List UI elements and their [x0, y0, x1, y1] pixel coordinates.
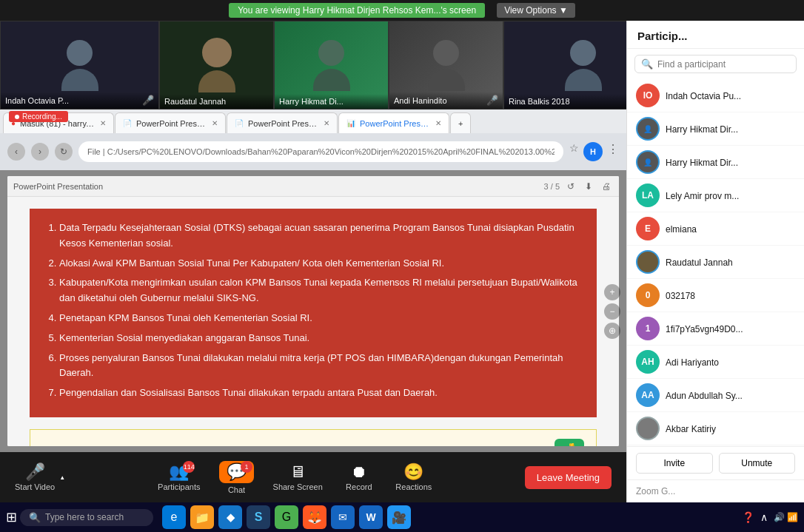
share-screen-btn[interactable]: 🖥 Share Screen: [273, 464, 323, 491]
list-item[interactable]: E elmiana: [627, 212, 804, 246]
audio-toggle-btn[interactable]: 🎤 Start Video: [15, 464, 55, 491]
presentation-wrapper: PowerPoint Presentation 3 / 5 ↺ ⬇ 🖨 Data…: [0, 170, 626, 452]
record-btn[interactable]: ⏺ Record: [341, 464, 378, 491]
participant-info-4: elmiana: [666, 222, 795, 235]
taskbar-outlook[interactable]: ✉: [331, 505, 355, 529]
rec-dot: [15, 115, 19, 119]
list-item[interactable]: 👤 Harry Hikmat Dir...: [627, 112, 804, 146]
windows-taskbar: ⊞ 🔍 Type here to search e 📁 ◆ S G 🦊 ✉ W: [0, 502, 804, 532]
participant-info-8: Adi Hariyanto: [666, 355, 795, 368]
windows-start-icon[interactable]: ⊞: [6, 509, 17, 525]
forward-btn[interactable]: ›: [31, 143, 49, 161]
list-item[interactable]: 👤 Harry Hikmat Dir...: [627, 146, 804, 179]
ppt-icon-2[interactable]: ⬇: [582, 180, 595, 193]
slide-zoom-out[interactable]: −: [604, 303, 620, 320]
participant-name-8: Adi Hariyanto: [666, 357, 719, 368]
profile-icon[interactable]: H: [583, 142, 603, 161]
browser-address-bar: ‹ › ↻ File | C:/Users/PC%20LENOVO/Downlo…: [0, 133, 626, 170]
participant-name-1: Harry Hikmat Dir...: [666, 124, 738, 135]
audio-caret[interactable]: ▲: [59, 474, 65, 481]
refresh-btn[interactable]: ↻: [55, 143, 73, 161]
google-icon: G: [282, 511, 291, 524]
browser-tab-ppt3[interactable]: 📊 PowerPoint Presentation ✕: [338, 112, 449, 133]
url-text: File | C:/Users/PC%20LENOVO/Downloads/Ba…: [87, 147, 555, 156]
edge-icon: e: [171, 511, 178, 524]
browser-tab-ppt1[interactable]: 📄 PowerPoint Presentation ✕: [115, 112, 226, 133]
taskbar-arrow-icon[interactable]: ∧: [760, 511, 768, 523]
participant-name-7: 1fi7pYa5vgn49D0...: [666, 324, 743, 334]
tile-harry[interactable]: Harry Hikmat Di...: [274, 21, 389, 110]
taskbar-word[interactable]: W: [359, 505, 383, 529]
taskbar-app1[interactable]: S: [247, 505, 270, 529]
ppt-icon-1[interactable]: ↺: [564, 180, 577, 193]
chat-btn[interactable]: 💬 1 Chat: [218, 461, 255, 494]
reactions-btn[interactable]: 😊 Reactions: [395, 464, 432, 491]
participant-info-7: 1fi7pYa5vgn49D0...: [666, 322, 795, 335]
toolbar-left-section: 🎤 Start Video ▲: [15, 464, 65, 491]
slide-zoom-in[interactable]: +: [604, 284, 620, 300]
participants-btn[interactable]: 👥 114 Participants: [158, 464, 200, 491]
tile-rina[interactable]: Rina Balkis 2018 ›: [503, 21, 626, 110]
screen-share-notification: You are viewing Harry Hikmat Dirjen Rehs…: [229, 3, 485, 18]
leave-meeting-btn[interactable]: Leave Meeting: [525, 466, 612, 489]
chat-count: 1: [241, 461, 252, 473]
participant-info-6: 032178: [666, 289, 795, 302]
view-options-btn[interactable]: View Options ▼: [497, 3, 575, 18]
list-item[interactable]: 0 032178: [627, 279, 804, 312]
tab-new-label: +: [458, 119, 463, 128]
browser-chrome: ● Masuk (81) - harry.hikm... ✕ 📄 PowerPo…: [0, 110, 626, 170]
tile-raudatul[interactable]: Raudatul Jannah: [159, 21, 274, 110]
list-item[interactable]: AH Adi Hariyanto: [627, 346, 804, 379]
bottom-bar: ALOKASI BANSOS TUNAI PER PROVINSI 💰 #KEM…: [30, 429, 597, 446]
ppt-icon-3[interactable]: 🖨: [600, 180, 613, 193]
avatar-adun: AA: [636, 383, 660, 407]
taskbar-help-icon[interactable]: ❓: [742, 511, 754, 523]
list-item[interactable]: Akbar Katiriy: [627, 412, 804, 445]
toolbar-center-section: 👥 114 Participants 💬 1 Chat 🖥: [158, 461, 432, 494]
zoom-g-section: Zoom G...: [627, 479, 804, 502]
bookmark-icon[interactable]: ☆: [569, 142, 579, 161]
list-item[interactable]: IO Indah Octavia Pu...: [627, 79, 804, 112]
url-bar[interactable]: File | C:/Users/PC%20LENOVO/Downloads/Ba…: [78, 141, 563, 162]
list-item[interactable]: 1 1fi7pYa5vgn49D0...: [627, 312, 804, 346]
participant-search-input[interactable]: [657, 59, 790, 70]
browser-tab-ppt2[interactable]: 📄 PowerPoint Presentation ✕: [227, 112, 338, 133]
tab-ppt1-label: PowerPoint Presentation: [136, 119, 207, 128]
tab-close-3[interactable]: ✕: [435, 119, 441, 127]
tile-indah[interactable]: Indah Octavia P... 🎤: [0, 21, 159, 110]
tab-close-0[interactable]: ✕: [100, 119, 106, 127]
list-item[interactable]: LA Lely Amir prov m...: [627, 179, 804, 212]
list-item[interactable]: Raudatul Jannah: [627, 246, 804, 279]
tab-close-2[interactable]: ✕: [324, 119, 329, 127]
main-layout: Indah Octavia P... 🎤 Raudatul Jannah: [0, 21, 804, 502]
taskbar-zoom[interactable]: 🎥: [387, 505, 411, 529]
tab-close-1[interactable]: ✕: [212, 119, 218, 127]
taskbar-dropbox[interactable]: ◆: [218, 505, 242, 529]
slide-fit[interactable]: ⊕: [604, 323, 620, 339]
audio-label: Start Video: [15, 482, 55, 491]
slide-item-5: Kementerian Sosial menyediakan anggaran …: [59, 331, 582, 346]
taskbar-search-bar[interactable]: 🔍 Type here to search: [20, 509, 153, 526]
mic-muted-andi: 🎤: [486, 95, 498, 106]
search-box[interactable]: 🔍: [634, 55, 797, 73]
menu-icon[interactable]: ⋮: [607, 142, 619, 161]
taskbar-firefox[interactable]: 🦊: [303, 505, 326, 529]
taskbar-edge[interactable]: e: [162, 505, 186, 529]
firefox-icon: 🦊: [307, 511, 322, 525]
avatar-silhouette-r: [198, 38, 235, 92]
unmute-btn[interactable]: Unmute: [719, 453, 796, 474]
taskbar-files[interactable]: 📁: [190, 505, 214, 529]
back-btn[interactable]: ‹: [7, 143, 25, 161]
tile-indah-name: Indah Octavia P...: [5, 96, 69, 105]
tile-andi[interactable]: Andi Hanindito 🎤: [389, 21, 503, 110]
ppt-viewer: PowerPoint Presentation 3 / 5 ↺ ⬇ 🖨 Data…: [7, 176, 619, 446]
list-item[interactable]: AA Adun Abdullah Sy...: [627, 379, 804, 412]
taskbar-google[interactable]: G: [275, 505, 298, 529]
avatar-1fi: 1: [636, 317, 660, 340]
browser-tab-new[interactable]: +: [450, 112, 471, 133]
panel-footer: Invite Unmute: [627, 446, 804, 479]
chat-btn-wrap: 💬 1: [219, 461, 254, 483]
slide-item-4: Penetapan KPM Bansos Tunai oleh Kementer…: [59, 311, 582, 326]
invite-btn[interactable]: Invite: [636, 453, 713, 474]
participant-info-0: Indah Octavia Pu...: [666, 89, 795, 102]
